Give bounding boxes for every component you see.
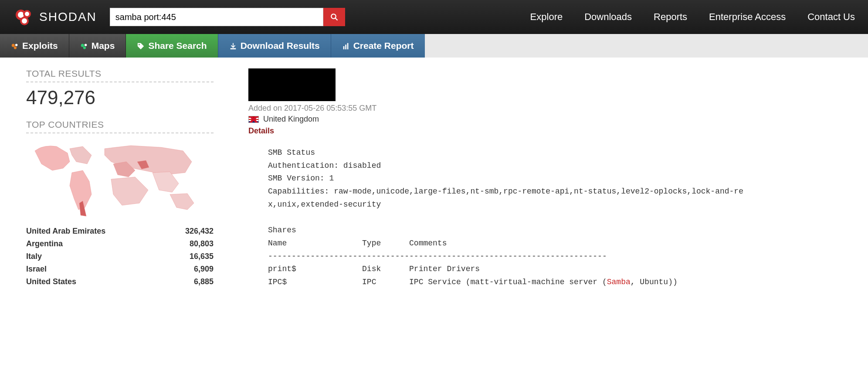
subnav-share-label: Share Search — [148, 41, 207, 51]
country-name: Italy — [26, 252, 42, 261]
nav-enterprise[interactable]: Enterprise Access — [709, 11, 786, 23]
world-map — [26, 138, 214, 221]
nav-downloads[interactable]: Downloads — [584, 11, 632, 23]
country-name: Argentina — [26, 239, 63, 248]
country-count: 6,909 — [194, 265, 214, 274]
chart-icon — [342, 42, 350, 50]
country-name: Israel — [26, 265, 47, 274]
country-count: 16,635 — [190, 252, 214, 261]
svg-point-10 — [14, 46, 17, 49]
country-count: 80,803 — [190, 239, 214, 248]
search-form — [110, 8, 345, 26]
subnav-exploits[interactable]: Exploits — [0, 34, 69, 58]
highlight-samba: Samba — [607, 278, 631, 286]
nav-reports[interactable]: Reports — [654, 11, 687, 23]
country-row[interactable]: Italy16,635 — [26, 250, 214, 263]
total-results-label: TOTAL RESULTS — [26, 68, 214, 82]
svg-point-14 — [139, 44, 140, 45]
molecule-icon — [80, 42, 88, 50]
country-name: United States — [26, 277, 76, 286]
top-countries-label: TOP COUNTRIES — [26, 119, 214, 133]
svg-rect-16 — [343, 46, 344, 49]
total-results-value: 479,276 — [26, 87, 214, 109]
top-nav-links: Explore Downloads Reports Enterprise Acc… — [530, 11, 855, 23]
country-name: United Arab Emirates — [26, 227, 105, 236]
search-icon — [330, 13, 338, 21]
search-input[interactable] — [110, 8, 323, 26]
country-row[interactable]: United States6,885 — [26, 275, 214, 288]
subnav-report-label: Create Report — [353, 41, 414, 51]
molecule-icon — [11, 42, 19, 50]
uk-flag-icon — [248, 116, 259, 123]
svg-point-11 — [81, 44, 84, 47]
nav-contact[interactable]: Contact Us — [807, 11, 855, 23]
svg-point-13 — [83, 46, 85, 49]
subnav-download[interactable]: Download Results — [218, 34, 331, 58]
smb-raw-block: SMB Status Authentication: disabled SMB … — [268, 146, 868, 289]
svg-point-6 — [331, 14, 336, 19]
country-count: 326,432 — [185, 227, 214, 236]
added-timestamp: Added on 2017-05-26 05:53:55 GMT — [248, 104, 868, 113]
svg-point-12 — [85, 44, 87, 46]
subnav-share[interactable]: Share Search — [126, 34, 217, 58]
nav-explore[interactable]: Explore — [530, 11, 563, 23]
svg-rect-17 — [345, 44, 346, 49]
shodan-logo-icon — [13, 6, 35, 28]
result-country: United Kingdom — [263, 115, 319, 124]
subnav-maps[interactable]: Maps — [69, 34, 126, 58]
svg-rect-15 — [230, 48, 236, 50]
tag-icon — [137, 42, 145, 50]
country-count: 6,885 — [194, 277, 214, 286]
country-row[interactable]: United Arab Emirates326,432 — [26, 225, 214, 238]
country-row[interactable]: Israel6,909 — [26, 263, 214, 275]
subnav-exploits-label: Exploits — [22, 41, 58, 51]
subnav-download-label: Download Results — [241, 41, 320, 51]
brand-text: SHODAN — [39, 10, 97, 24]
svg-point-5 — [22, 18, 27, 24]
svg-point-8 — [12, 44, 15, 47]
details-link[interactable]: Details — [248, 126, 868, 136]
download-icon — [229, 42, 237, 50]
svg-point-3 — [25, 12, 29, 16]
logo[interactable]: SHODAN — [13, 6, 97, 28]
svg-line-7 — [335, 18, 337, 20]
subnav-report[interactable]: Create Report — [331, 34, 425, 58]
svg-rect-18 — [347, 43, 348, 49]
country-row[interactable]: Argentina80,803 — [26, 238, 214, 250]
subnav-maps-label: Maps — [92, 41, 115, 51]
search-button[interactable] — [323, 8, 345, 26]
svg-point-9 — [15, 44, 17, 46]
redacted-block — [248, 68, 336, 101]
